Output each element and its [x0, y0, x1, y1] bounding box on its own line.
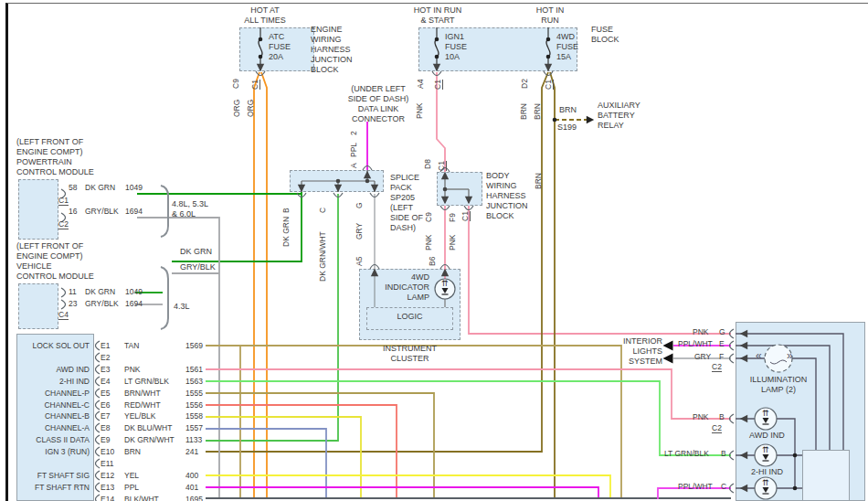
pin-mark: [96, 400, 101, 410]
connector-row-text: E6: [101, 400, 110, 410]
pin-mark: [96, 353, 101, 362]
diagram-label: BRN: [534, 173, 543, 189]
atc-fuse-label: ATC FUSE 20A: [269, 32, 291, 62]
pin-mark: [96, 411, 101, 421]
splice-dot: [546, 55, 551, 59]
diagram-label: PNK: [448, 235, 457, 250]
engine-junction-block-label: ENGINE WIRING HARNESS JUNCTION BLOCK: [311, 25, 353, 75]
instrument-cluster-label: INSTRUMENT CLUSTER: [359, 344, 460, 364]
connector-row-text: E11: [101, 459, 114, 468]
diagram-label: DK GRN: [281, 217, 291, 247]
arrow-icon: [371, 185, 378, 192]
diagram-label: BRN: [519, 103, 528, 120]
connector-row-text: 1695: [185, 495, 203, 501]
connector-row-text: LT GRN/BLK: [124, 377, 169, 386]
arrow-icon: [740, 485, 747, 492]
arrow-icon: [740, 342, 747, 349]
connector-row-text: E1: [101, 341, 110, 350]
2hi-ind-label: 2-HI IND: [751, 467, 783, 477]
connector-row-label: AWD IND: [18, 365, 90, 374]
connector-row-text: E9: [101, 435, 110, 444]
pin-mark: [96, 435, 101, 444]
pin-mark: [96, 341, 101, 350]
brn-tap-label: BRN: [559, 105, 577, 115]
diagram-label: B: [281, 208, 291, 213]
pin-mark: [96, 447, 101, 456]
arrow-icon: [545, 64, 552, 71]
diagram-label: PPL: [349, 143, 358, 157]
wiring-diagram-page: HOT AT ALL TIMES ENGINE WIRING HARNESS J…: [0, 0, 868, 501]
lamp-arrows-icon: ⇈: [762, 409, 769, 418]
diagram-label: C1: [250, 80, 260, 90]
pin-mark: [96, 495, 101, 501]
arrow-icon: [257, 64, 264, 71]
vcm-title: (LEFT FRONT OF ENGINE COMPT) VEHICLE CON…: [16, 241, 94, 282]
connector-row-text: TAN: [124, 341, 139, 350]
pin-mark: [96, 471, 101, 480]
diagram-label: C2: [712, 362, 722, 372]
arrow-icon: [587, 116, 594, 123]
connector-row-text: 401: [185, 483, 198, 492]
data-link-connector-label: (UNDER LEFT SIDE OF DASH) DATA LINK CONN…: [336, 84, 420, 124]
connector-row-text: RED/WHT: [124, 400, 161, 410]
pin-mark: [96, 365, 101, 374]
diagram-label: 1049: [125, 183, 143, 192]
splice-dot: [553, 118, 557, 123]
diagram-label: G: [355, 202, 364, 208]
diagram-label: D2: [520, 79, 529, 89]
connector-row-label: FT SHAFT RTN: [18, 483, 90, 492]
pin-mark: [61, 288, 66, 297]
body-junction-block-label: BODY WIRING HARNESS JUNCTION BLOCK: [486, 171, 528, 221]
connector-row-text: E7: [101, 411, 110, 421]
diagram-label: PPL/WHT: [678, 482, 713, 491]
arrow-icon: [740, 452, 747, 459]
lamp-arrows-icon: ⇈: [762, 478, 769, 487]
diagram-label: E: [719, 339, 725, 348]
pin-mark: [61, 300, 66, 309]
connector-row-text: 1133: [185, 435, 202, 444]
pin-mark: [96, 483, 101, 492]
connector-row-text: YEL/BLK: [124, 411, 156, 421]
connector-row-text: E12: [101, 471, 114, 480]
diagram-label: BRN: [533, 103, 542, 120]
pin-mark: [96, 423, 101, 432]
diagram-label: 11: [69, 287, 77, 296]
diagram-label: »: [787, 351, 793, 360]
wire-pnk-f9: [469, 206, 731, 334]
diagram-label: C2: [58, 219, 69, 229]
splice-dot: [435, 55, 439, 59]
arrow-icon: [465, 197, 472, 204]
connector-row-label: CLASS II DATA: [18, 435, 90, 444]
engine-small-label: 4.3L: [174, 302, 190, 312]
connector-row-text: BRN: [124, 447, 141, 456]
splice-dot: [546, 37, 551, 42]
fuse-element: [259, 39, 262, 57]
ign1-fuse-label: IGN1 FUSE 10A: [445, 32, 467, 62]
diagram-label: G: [719, 327, 725, 336]
arrow-icon: [740, 415, 747, 422]
wire-dkbluwht-1557: [206, 429, 326, 499]
diagram-label: 23: [69, 299, 77, 308]
diagram-label: DK GRN: [85, 287, 115, 296]
illumination-lamp-label: ILLUMINATION LAMP (2): [740, 375, 817, 395]
diagram-label: F: [719, 352, 724, 361]
pin-mark: [96, 459, 101, 468]
diagram-label: 1694: [125, 299, 143, 308]
diagram-label: GRY/BLK: [85, 299, 119, 308]
connector-row-text: E8: [101, 423, 110, 432]
connector-row-text: E14: [101, 495, 114, 501]
arrow-icon: [441, 172, 449, 179]
connector-row-text: 1557: [185, 423, 203, 432]
connector-row-label: LOCK SOL OUT: [18, 341, 90, 350]
arrow-icon: [663, 341, 673, 351]
diagram-label: C2: [712, 423, 722, 433]
dk-grn-trunk-label: DK GRN: [180, 247, 212, 257]
splice-dot: [336, 179, 341, 184]
connector-row-text: DK GRN/WHT: [124, 435, 175, 444]
connector-row-text: PPL: [124, 483, 139, 492]
splice-dot: [443, 187, 448, 192]
connector-row-label: CHANNEL-A: [18, 423, 90, 432]
engines-large-label: 4.8L, 5.3L & 6.0L: [172, 199, 208, 219]
hot-at-all-times-label: HOT AT ALL TIMES: [236, 5, 294, 26]
arrow-icon: [334, 185, 342, 192]
